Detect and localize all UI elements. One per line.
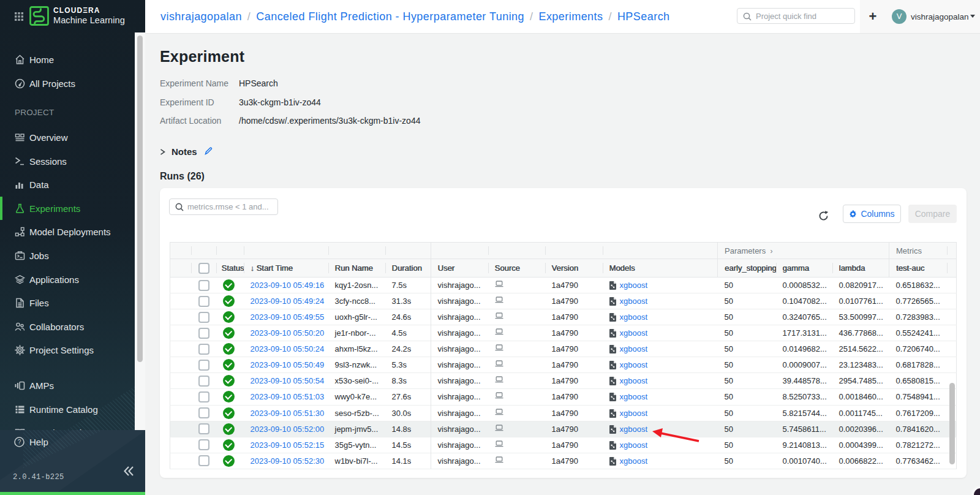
svg-text:?: ?	[18, 439, 21, 445]
